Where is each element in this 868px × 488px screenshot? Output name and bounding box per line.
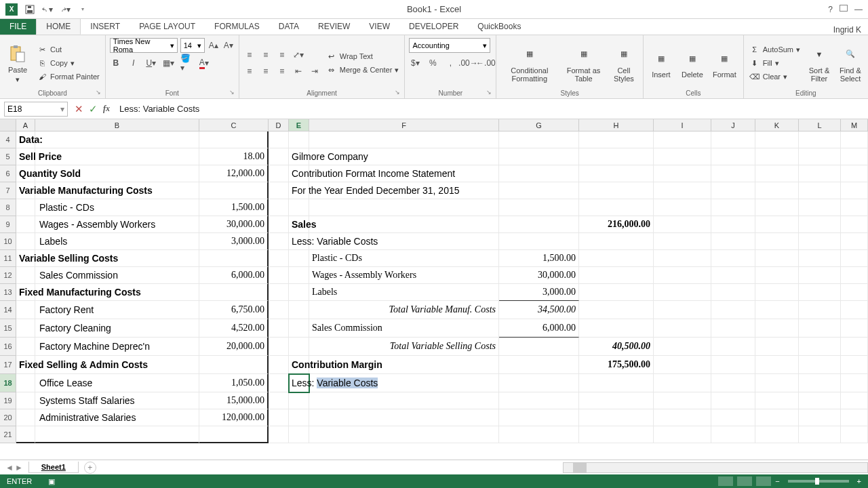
bold-button[interactable]: B	[110, 57, 122, 69]
cell[interactable]	[799, 131, 841, 148]
redo-icon[interactable]: ▾	[60, 4, 71, 15]
user-name[interactable]: Ingrid K	[833, 25, 868, 35]
row-header[interactable]: 19	[0, 392, 16, 409]
cell[interactable]: Quantity Sold	[16, 165, 35, 182]
cell[interactable]	[711, 284, 755, 301]
enter-icon[interactable]: ✓	[89, 103, 98, 115]
page-layout-view-icon[interactable]	[737, 476, 752, 486]
cell[interactable]: Total Variable Selling Costs	[309, 338, 499, 356]
row-header[interactable]: 17	[0, 356, 16, 374]
row-header[interactable]: 21	[0, 426, 16, 443]
cell[interactable]	[579, 409, 654, 426]
cell[interactable]	[269, 392, 289, 409]
cell[interactable]	[35, 131, 199, 148]
cell[interactable]	[799, 199, 841, 216]
cell[interactable]: 40,500.00	[579, 338, 654, 356]
cell[interactable]	[199, 426, 269, 443]
cell[interactable]	[654, 356, 711, 374]
cell[interactable]	[269, 131, 289, 148]
col-header[interactable]: M	[841, 119, 868, 131]
cell[interactable]: Factory Rent	[16, 301, 35, 319]
percent-icon[interactable]: %	[427, 57, 439, 69]
cell[interactable]	[841, 199, 868, 216]
row-header[interactable]: 15	[0, 319, 16, 338]
cell[interactable]: Sales Commission	[16, 267, 35, 284]
cell[interactable]	[579, 250, 654, 267]
cell[interactable]	[755, 338, 799, 356]
dialog-launcher-icon[interactable]: ↘	[486, 89, 494, 97]
horizontal-scrollbar[interactable]	[563, 462, 868, 473]
cell[interactable]	[841, 267, 868, 284]
cell[interactable]: 20,000.00	[199, 338, 269, 356]
cell[interactable]	[199, 356, 269, 374]
cell[interactable]: 3,000.00	[499, 284, 579, 301]
cell[interactable]	[711, 250, 755, 267]
cell[interactable]: Administrative Salaries	[16, 409, 35, 426]
col-header[interactable]: K	[755, 119, 799, 131]
cell[interactable]	[755, 301, 799, 319]
cell[interactable]	[711, 148, 755, 165]
col-header[interactable]: G	[499, 119, 579, 131]
cell[interactable]: Labels	[309, 284, 499, 301]
row-header[interactable]: 5	[0, 148, 16, 165]
cell[interactable]	[799, 319, 841, 338]
cell[interactable]	[841, 182, 868, 199]
col-header[interactable]: J	[711, 119, 755, 131]
decrease-font-icon[interactable]: A▾	[222, 39, 235, 52]
help-icon[interactable]: ?	[828, 5, 833, 14]
page-break-view-icon[interactable]	[756, 476, 771, 486]
cell[interactable]	[841, 426, 868, 443]
cell[interactable]	[654, 374, 711, 392]
cell[interactable]	[711, 131, 755, 148]
cell[interactable]	[711, 392, 755, 409]
cell[interactable]	[799, 250, 841, 267]
cell[interactable]	[755, 267, 799, 284]
cell[interactable]: Data:	[16, 131, 35, 148]
decrease-indent-icon[interactable]: ⇤	[292, 65, 304, 77]
cell[interactable]	[755, 356, 799, 374]
row-header[interactable]: 12	[0, 267, 16, 284]
cell[interactable]	[269, 374, 289, 392]
cell[interactable]	[579, 199, 654, 216]
cell[interactable]: For the Year Ended December 31, 2015	[289, 182, 309, 199]
cell[interactable]	[711, 165, 755, 182]
cell[interactable]	[579, 165, 654, 182]
paste-button[interactable]: Paste▾	[4, 38, 31, 88]
cell[interactable]	[841, 131, 868, 148]
cell[interactable]	[654, 392, 711, 409]
border-button[interactable]: ▦▾	[163, 57, 175, 69]
cell[interactable]: Gilmore Company	[289, 148, 309, 165]
cell[interactable]	[269, 319, 289, 338]
cell[interactable]: 30,000.00	[499, 267, 579, 284]
cell[interactable]: Variable Manufacturing Costs	[16, 182, 35, 199]
cell[interactable]	[269, 199, 289, 216]
cell[interactable]: Contribution Margin	[289, 356, 309, 374]
autosum-button[interactable]: ΣAutoSum▾	[748, 43, 802, 56]
cell[interactable]	[799, 426, 841, 443]
tab-formulas[interactable]: FORMULAS	[205, 18, 269, 35]
fx-icon[interactable]: fx	[103, 104, 110, 114]
cell[interactable]	[579, 374, 654, 392]
cell[interactable]	[269, 284, 289, 301]
cell[interactable]	[499, 356, 579, 374]
cell[interactable]	[289, 267, 309, 284]
grid[interactable]: 4Data:5Sell Price18.00Gilmore Company6Qu…	[0, 131, 868, 443]
cell[interactable]: Labels	[16, 233, 35, 250]
cell[interactable]: Fixed Manufacturing Costs	[16, 284, 35, 301]
find-select-button[interactable]: 🔍Find & Select	[837, 38, 864, 88]
cell[interactable]	[654, 216, 711, 233]
cell[interactable]	[711, 374, 755, 392]
cell[interactable]: 3,000.00	[199, 233, 269, 250]
cell[interactable]	[755, 131, 799, 148]
cell[interactable]	[755, 216, 799, 233]
cell[interactable]	[799, 148, 841, 165]
dialog-launcher-icon[interactable]: ↘	[96, 89, 104, 97]
cell[interactable]	[799, 216, 841, 233]
cell[interactable]: Office Lease	[16, 374, 35, 392]
cell[interactable]	[199, 182, 269, 199]
tab-insert[interactable]: INSERT	[81, 18, 130, 35]
align-bottom-icon[interactable]: ≡	[276, 49, 288, 61]
cell[interactable]	[841, 374, 868, 392]
cell[interactable]	[711, 319, 755, 338]
cell[interactable]	[499, 374, 579, 392]
